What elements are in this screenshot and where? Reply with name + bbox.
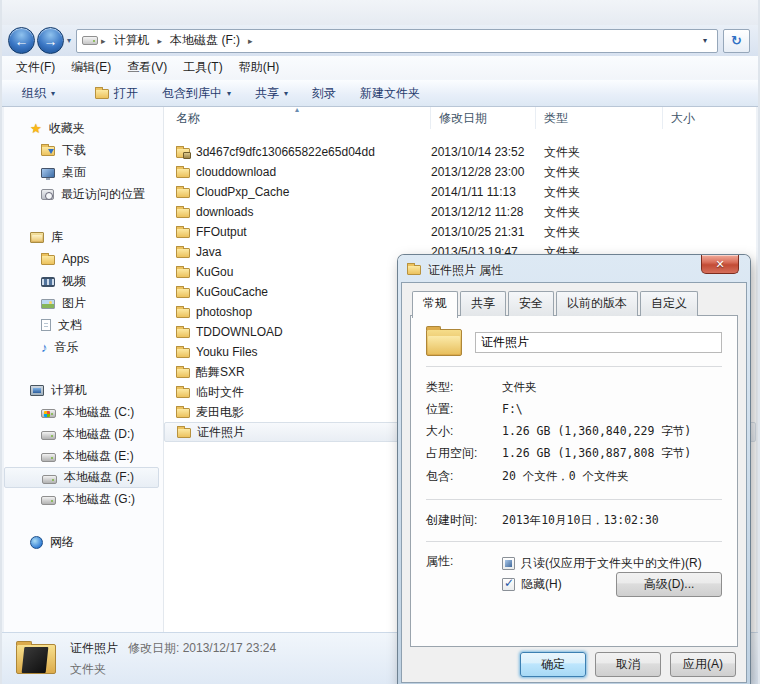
column-header-size[interactable]: 大小 [663, 107, 756, 129]
file-date: 2013/12/28 23:00 [431, 165, 536, 179]
recent-places-icon [41, 189, 54, 200]
navigation-bar: ← → ▾ ▸ 计算机 ▸ 本地磁盘 (F:) ▸ ▾ ↻ [2, 25, 758, 56]
tab-previous-versions[interactable]: 以前的版本 [556, 291, 638, 316]
sidebar-item-disk-f[interactable]: 本地磁盘 (F:) [4, 467, 159, 488]
close-button[interactable]: ✕ [701, 255, 739, 274]
type-label: 类型: [426, 379, 502, 396]
new-folder-button[interactable]: 新建文件夹 [352, 82, 428, 105]
column-header-name[interactable]: ▴ 名称 [164, 107, 431, 129]
column-header-date[interactable]: 修改日期 [431, 107, 536, 129]
share-button[interactable]: 共享 ▾ [247, 82, 296, 105]
breadcrumb-separator-icon: ▸ [101, 36, 106, 46]
hidden-checkbox[interactable] [502, 578, 515, 591]
sidebar-item-recent-places[interactable]: 最近访问的位置 [4, 183, 163, 205]
burn-label: 刻录 [312, 85, 336, 102]
readonly-checkbox[interactable] [502, 557, 515, 570]
breadcrumb-local-disk-f[interactable]: 本地磁盘 (F:) [165, 30, 245, 51]
sidebar-item-music[interactable]: ♪ 音乐 [4, 336, 163, 358]
address-dropdown-caret-icon[interactable]: ▾ [698, 36, 712, 45]
file-name: KuGouCache [196, 285, 268, 299]
sidebar-item-downloads[interactable]: 下载 [4, 139, 163, 161]
drive-icon [82, 36, 98, 45]
sidebar-item-apps[interactable]: Apps [4, 248, 163, 270]
command-toolbar: 组织 ▾ 打开 包含到库中 ▾ 共享 ▾ 刻录 新建文件夹 [2, 79, 758, 107]
back-button[interactable]: ← [8, 27, 35, 54]
sidebar-item-desktop[interactable]: 桌面 [4, 161, 163, 183]
folder-icon [176, 388, 190, 398]
disk-c-label: 本地磁盘 (C:) [63, 404, 134, 421]
selected-folder-large-icon [16, 644, 56, 674]
tab-sharing[interactable]: 共享 [460, 291, 506, 316]
disk-g-label: 本地磁盘 (G:) [63, 491, 135, 508]
window-top-frame [2, 0, 758, 25]
general-tab-page: 类型: 文件夹 位置: F:\ 大小: 1.26 GB (1,360,840,2… [410, 315, 738, 647]
size-on-disk-value: 1.26 GB (1,360,887,808 字节) [502, 446, 691, 461]
attributes-label: 属性: [426, 553, 502, 595]
caret-down-icon: ▾ [227, 89, 231, 98]
close-icon: ✕ [715, 258, 724, 271]
caret-down-icon: ▾ [284, 89, 288, 98]
favorites-group: ★ 收藏夹 下载 桌面 最近访问的位置 [4, 117, 163, 205]
sidebar-item-favorites[interactable]: ★ 收藏夹 [4, 117, 163, 139]
file-date: 2014/1/11 11:13 [431, 185, 536, 199]
menu-file[interactable]: 文件(F) [8, 56, 63, 79]
sidebar-item-network[interactable]: 网络 [4, 531, 163, 553]
organize-label: 组织 [22, 85, 46, 102]
burn-button[interactable]: 刻录 [304, 82, 344, 105]
refresh-button[interactable]: ↻ [723, 29, 750, 53]
separator [426, 366, 722, 367]
folder-name-input[interactable] [475, 332, 722, 353]
library-icon [30, 232, 44, 243]
file-row[interactable]: downloads 2013/12/12 11:28 文件夹 [164, 202, 756, 222]
sidebar-item-pictures[interactable]: 图片 [4, 292, 163, 314]
sidebar-item-disk-d[interactable]: 本地磁盘 (D:) [4, 423, 163, 445]
ok-button[interactable]: 确定 [520, 652, 586, 677]
folder-icon [176, 268, 190, 278]
sidebar-item-disk-g[interactable]: 本地磁盘 (G:) [4, 488, 163, 510]
column-header-type[interactable]: 类型 [536, 107, 663, 129]
sidebar-item-libraries[interactable]: 库 [4, 226, 163, 248]
file-name: downloads [196, 205, 253, 219]
computer-icon [30, 385, 44, 396]
tab-security[interactable]: 安全 [508, 291, 554, 316]
tab-customize[interactable]: 自定义 [640, 291, 698, 316]
menu-tools[interactable]: 工具(T) [175, 56, 230, 79]
share-label: 共享 [255, 85, 279, 102]
open-button[interactable]: 打开 [87, 82, 146, 105]
details-modified: 修改日期: 2013/12/17 23:24 [128, 640, 276, 657]
menu-view[interactable]: 查看(V) [119, 56, 175, 79]
breadcrumb-computer[interactable]: 计算机 [109, 30, 155, 51]
apply-button[interactable]: 应用(A) [670, 652, 736, 677]
menu-edit[interactable]: 编辑(E) [63, 56, 119, 79]
cancel-button[interactable]: 取消 [595, 652, 661, 677]
dialog-title-bar[interactable]: 证件照片 属性 ✕ [401, 258, 747, 282]
sidebar-item-videos[interactable]: 视频 [4, 270, 163, 292]
tab-general[interactable]: 常规 [412, 291, 458, 318]
forward-button[interactable]: → [37, 27, 64, 54]
new-folder-label: 新建文件夹 [360, 85, 420, 102]
computer-group: 计算机 本地磁盘 (C:) 本地磁盘 (D:) 本地磁盘 (E:) 本地磁盘 (… [4, 379, 163, 510]
size-on-disk-label: 占用空间: [426, 445, 502, 462]
breadcrumb-separator-icon: ▸ [158, 36, 163, 46]
file-row[interactable]: clouddownload 2013/12/28 23:00 文件夹 [164, 162, 756, 182]
file-row[interactable]: CloudPxp_Cache 2014/1/11 11:13 文件夹 [164, 182, 756, 202]
created-label: 创建时间: [426, 512, 502, 529]
file-row[interactable]: FFOutput 2013/10/25 21:31 文件夹 [164, 222, 756, 242]
file-row[interactable]: 3d467cf9dfc130665822e65d04dd 2013/10/14 … [164, 142, 756, 162]
location-label: 位置: [426, 401, 502, 418]
recent-pages-caret-icon[interactable]: ▾ [67, 36, 71, 45]
folder-icon [176, 308, 190, 318]
address-bar[interactable]: ▸ 计算机 ▸ 本地磁盘 (F:) ▸ ▾ [76, 29, 718, 53]
include-in-library-button[interactable]: 包含到库中 ▾ [154, 82, 239, 105]
advanced-button[interactable]: 高级(D)... [616, 572, 722, 597]
sidebar-item-disk-e[interactable]: 本地磁盘 (E:) [4, 445, 163, 467]
disk-e-label: 本地磁盘 (E:) [63, 448, 134, 465]
hidden-option[interactable]: 隐藏(H) 高级(D)... [502, 574, 722, 595]
organize-button[interactable]: 组织 ▾ [14, 82, 63, 105]
menu-help[interactable]: 帮助(H) [231, 56, 288, 79]
sidebar-item-documents[interactable]: 文档 [4, 314, 163, 336]
readonly-option[interactable]: 只读(仅应用于文件夹中的文件)(R) [502, 553, 722, 574]
sidebar-item-computer[interactable]: 计算机 [4, 379, 163, 401]
sidebar-item-disk-c[interactable]: 本地磁盘 (C:) [4, 401, 163, 423]
disk-icon [41, 453, 56, 462]
